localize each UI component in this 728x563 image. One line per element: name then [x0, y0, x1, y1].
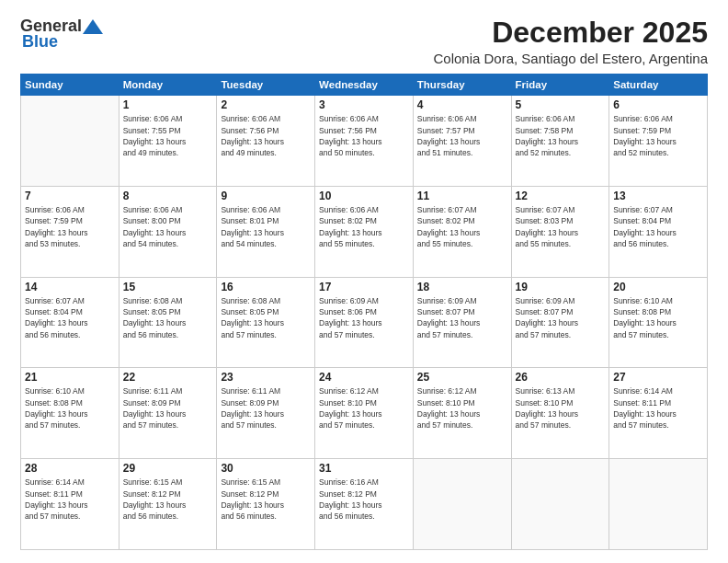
day-number: 12: [516, 190, 606, 202]
day-info: Sunrise: 6:09 AMSunset: 8:06 PMDaylight:…: [319, 295, 409, 340]
day-info: Sunrise: 6:06 AMSunset: 7:59 PMDaylight:…: [25, 204, 115, 249]
svg-marker-0: [83, 19, 103, 34]
logo-blue-text: Blue: [22, 32, 58, 52]
day-info: Sunrise: 6:14 AMSunset: 8:11 PMDaylight:…: [25, 477, 115, 522]
calendar-cell: 13Sunrise: 6:07 AMSunset: 8:04 PMDayligh…: [609, 186, 708, 277]
title-section: December 2025 Colonia Dora, Santiago del…: [433, 17, 708, 66]
header: General Blue December 2025 Colonia Dora,…: [20, 17, 708, 66]
day-info: Sunrise: 6:13 AMSunset: 8:10 PMDaylight:…: [516, 385, 606, 431]
day-number: 23: [221, 371, 311, 384]
calendar-cell: 6Sunrise: 6:06 AMSunset: 7:59 PMDaylight…: [609, 96, 708, 187]
col-saturday: Saturday: [609, 75, 708, 96]
calendar-cell: 8Sunrise: 6:06 AMSunset: 8:00 PMDaylight…: [119, 186, 217, 277]
page: General Blue December 2025 Colonia Dora,…: [0, 0, 728, 563]
day-number: 13: [613, 190, 703, 202]
calendar-cell: 31Sunrise: 6:16 AMSunset: 8:12 PMDayligh…: [315, 459, 414, 550]
day-number: 17: [319, 281, 409, 293]
day-info: Sunrise: 6:07 AMSunset: 8:04 PMDaylight:…: [613, 204, 703, 249]
day-number: 22: [123, 371, 213, 384]
calendar-cell: 18Sunrise: 6:09 AMSunset: 8:07 PMDayligh…: [413, 277, 511, 368]
calendar-cell: 9Sunrise: 6:06 AMSunset: 8:01 PMDaylight…: [217, 186, 315, 277]
calendar-cell: 12Sunrise: 6:07 AMSunset: 8:03 PMDayligh…: [511, 186, 609, 277]
logo: General Blue: [20, 17, 104, 52]
day-info: Sunrise: 6:09 AMSunset: 8:07 PMDaylight:…: [516, 295, 606, 340]
day-number: 31: [319, 462, 409, 475]
day-number: 7: [25, 190, 115, 202]
day-info: Sunrise: 6:12 AMSunset: 8:10 PMDaylight:…: [417, 385, 507, 431]
calendar-cell: 26Sunrise: 6:13 AMSunset: 8:10 PMDayligh…: [511, 368, 609, 459]
calendar-cell: 3Sunrise: 6:06 AMSunset: 7:56 PMDaylight…: [315, 96, 414, 187]
calendar-cell: [413, 459, 511, 550]
day-info: Sunrise: 6:07 AMSunset: 8:04 PMDaylight:…: [25, 295, 115, 340]
day-number: 30: [221, 462, 311, 475]
day-number: 28: [25, 462, 115, 475]
day-number: 2: [221, 98, 311, 111]
day-info: Sunrise: 6:06 AMSunset: 8:01 PMDaylight:…: [221, 204, 311, 249]
day-number: 24: [319, 371, 409, 384]
calendar-cell: [609, 459, 708, 550]
logo-icon: [83, 19, 103, 34]
calendar-cell: [511, 459, 609, 550]
calendar-cell: 30Sunrise: 6:15 AMSunset: 8:12 PMDayligh…: [217, 459, 315, 550]
day-info: Sunrise: 6:06 AMSunset: 7:58 PMDaylight:…: [516, 113, 606, 158]
calendar-cell: 20Sunrise: 6:10 AMSunset: 8:08 PMDayligh…: [609, 277, 708, 368]
calendar-cell: 14Sunrise: 6:07 AMSunset: 8:04 PMDayligh…: [21, 277, 119, 368]
calendar-cell: 27Sunrise: 6:14 AMSunset: 8:11 PMDayligh…: [609, 368, 708, 459]
calendar-table: Sunday Monday Tuesday Wednesday Thursday…: [20, 74, 708, 550]
day-info: Sunrise: 6:06 AMSunset: 7:55 PMDaylight:…: [123, 113, 213, 158]
day-number: 11: [417, 190, 507, 202]
day-info: Sunrise: 6:06 AMSunset: 7:56 PMDaylight:…: [319, 113, 409, 158]
day-number: 26: [516, 371, 606, 384]
day-info: Sunrise: 6:12 AMSunset: 8:10 PMDaylight:…: [319, 385, 409, 431]
calendar-cell: 5Sunrise: 6:06 AMSunset: 7:58 PMDaylight…: [511, 96, 609, 187]
calendar-cell: 29Sunrise: 6:15 AMSunset: 8:12 PMDayligh…: [119, 459, 217, 550]
calendar-cell: 24Sunrise: 6:12 AMSunset: 8:10 PMDayligh…: [315, 368, 414, 459]
calendar-cell: 7Sunrise: 6:06 AMSunset: 7:59 PMDaylight…: [21, 186, 119, 277]
day-number: 3: [319, 98, 409, 111]
day-number: 1: [123, 98, 213, 111]
calendar-cell: 28Sunrise: 6:14 AMSunset: 8:11 PMDayligh…: [21, 459, 119, 550]
day-info: Sunrise: 6:08 AMSunset: 8:05 PMDaylight:…: [123, 295, 213, 340]
calendar-cell: 19Sunrise: 6:09 AMSunset: 8:07 PMDayligh…: [511, 277, 609, 368]
calendar-cell: 1Sunrise: 6:06 AMSunset: 7:55 PMDaylight…: [119, 96, 217, 187]
calendar-week-4: 21Sunrise: 6:10 AMSunset: 8:08 PMDayligh…: [21, 368, 708, 459]
day-number: 19: [516, 281, 606, 293]
day-info: Sunrise: 6:08 AMSunset: 8:05 PMDaylight:…: [221, 295, 311, 340]
day-info: Sunrise: 6:10 AMSunset: 8:08 PMDaylight:…: [613, 295, 703, 340]
calendar-cell: 21Sunrise: 6:10 AMSunset: 8:08 PMDayligh…: [21, 368, 119, 459]
day-info: Sunrise: 6:14 AMSunset: 8:11 PMDaylight:…: [613, 385, 703, 431]
calendar-cell: 23Sunrise: 6:11 AMSunset: 8:09 PMDayligh…: [217, 368, 315, 459]
day-number: 6: [613, 98, 703, 111]
calendar-week-2: 7Sunrise: 6:06 AMSunset: 7:59 PMDaylight…: [21, 186, 708, 277]
day-info: Sunrise: 6:09 AMSunset: 8:07 PMDaylight:…: [417, 295, 507, 340]
day-number: 8: [123, 190, 213, 202]
day-number: 27: [613, 371, 703, 384]
day-info: Sunrise: 6:16 AMSunset: 8:12 PMDaylight:…: [319, 477, 409, 522]
day-info: Sunrise: 6:07 AMSunset: 8:02 PMDaylight:…: [417, 204, 507, 249]
day-info: Sunrise: 6:06 AMSunset: 7:57 PMDaylight:…: [417, 113, 507, 158]
calendar-cell: 16Sunrise: 6:08 AMSunset: 8:05 PMDayligh…: [217, 277, 315, 368]
day-info: Sunrise: 6:15 AMSunset: 8:12 PMDaylight:…: [123, 477, 213, 522]
day-info: Sunrise: 6:06 AMSunset: 7:59 PMDaylight:…: [613, 113, 703, 158]
day-number: 29: [123, 462, 213, 475]
day-number: 18: [417, 281, 507, 293]
col-wednesday: Wednesday: [315, 75, 414, 96]
calendar-cell: 17Sunrise: 6:09 AMSunset: 8:06 PMDayligh…: [315, 277, 414, 368]
calendar-week-5: 28Sunrise: 6:14 AMSunset: 8:11 PMDayligh…: [21, 459, 708, 550]
calendar-week-1: 1Sunrise: 6:06 AMSunset: 7:55 PMDaylight…: [21, 96, 708, 187]
day-number: 21: [25, 371, 115, 384]
day-info: Sunrise: 6:06 AMSunset: 8:00 PMDaylight:…: [123, 204, 213, 249]
day-info: Sunrise: 6:07 AMSunset: 8:03 PMDaylight:…: [516, 204, 606, 249]
day-info: Sunrise: 6:11 AMSunset: 8:09 PMDaylight:…: [221, 385, 311, 431]
day-info: Sunrise: 6:06 AMSunset: 8:02 PMDaylight:…: [319, 204, 409, 249]
col-sunday: Sunday: [21, 75, 119, 96]
calendar-cell: 10Sunrise: 6:06 AMSunset: 8:02 PMDayligh…: [315, 186, 414, 277]
day-number: 20: [613, 281, 703, 293]
day-info: Sunrise: 6:15 AMSunset: 8:12 PMDaylight:…: [221, 477, 311, 522]
day-number: 25: [417, 371, 507, 384]
location-subtitle: Colonia Dora, Santiago del Estero, Argen…: [433, 51, 708, 66]
calendar-cell: 2Sunrise: 6:06 AMSunset: 7:56 PMDaylight…: [217, 96, 315, 187]
month-title: December 2025: [433, 17, 708, 49]
day-number: 14: [25, 281, 115, 293]
day-number: 10: [319, 190, 409, 202]
